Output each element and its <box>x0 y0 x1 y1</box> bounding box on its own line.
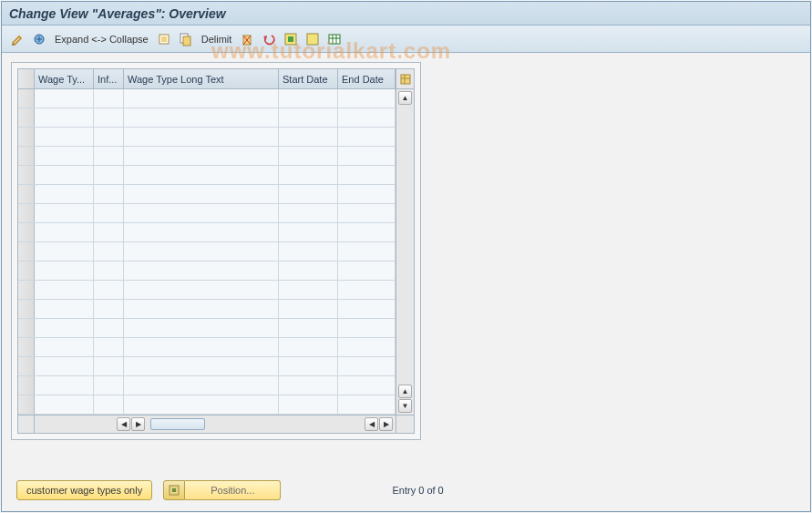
cell[interactable] <box>124 223 279 241</box>
row-selector[interactable] <box>18 223 35 241</box>
cell[interactable] <box>124 281 279 299</box>
cell[interactable] <box>35 204 94 222</box>
cell[interactable] <box>124 242 279 261</box>
cell[interactable] <box>35 300 94 318</box>
cell[interactable] <box>338 242 396 261</box>
where-used-icon[interactable] <box>29 29 49 49</box>
cell[interactable] <box>124 376 279 395</box>
cell[interactable] <box>279 89 338 108</box>
cell[interactable] <box>35 338 94 356</box>
cell[interactable] <box>94 128 124 146</box>
cell[interactable] <box>35 223 94 241</box>
cell[interactable] <box>338 128 396 146</box>
cell[interactable] <box>338 223 396 241</box>
cell[interactable] <box>35 89 94 108</box>
row-selector[interactable] <box>18 376 35 395</box>
table-row[interactable] <box>18 319 396 338</box>
position-icon[interactable] <box>163 480 185 500</box>
cell[interactable] <box>338 147 396 165</box>
row-selector[interactable] <box>18 357 35 375</box>
cell[interactable] <box>124 338 279 356</box>
table-row[interactable] <box>18 300 396 319</box>
row-selector[interactable] <box>18 338 35 356</box>
table-row[interactable] <box>18 204 396 223</box>
cell[interactable] <box>35 281 94 299</box>
delimit-button[interactable]: Delimit <box>198 34 236 45</box>
row-selector[interactable] <box>18 166 35 184</box>
cell[interactable] <box>279 128 338 146</box>
row-selector[interactable] <box>18 300 35 318</box>
cell[interactable] <box>279 300 338 318</box>
table-row[interactable] <box>18 395 396 415</box>
cell[interactable] <box>94 223 124 241</box>
table-row[interactable] <box>18 338 396 357</box>
row-selector[interactable] <box>18 395 35 414</box>
cell[interactable] <box>279 357 338 375</box>
row-selector[interactable] <box>18 147 35 165</box>
cell[interactable] <box>279 319 338 337</box>
pencil-toggle-icon[interactable] <box>7 29 27 49</box>
cell[interactable] <box>338 319 396 337</box>
cell[interactable] <box>279 204 338 222</box>
cell[interactable] <box>124 89 279 108</box>
table-row[interactable] <box>18 185 396 204</box>
col-long-text[interactable]: Wage Type Long Text <box>124 69 279 88</box>
cell[interactable] <box>338 89 396 108</box>
cell[interactable] <box>279 223 338 241</box>
row-selector-header[interactable] <box>18 69 35 88</box>
cell[interactable] <box>124 128 279 146</box>
table-row[interactable] <box>18 147 396 166</box>
cell[interactable] <box>124 204 279 222</box>
table-row[interactable] <box>18 223 396 242</box>
cell[interactable] <box>35 376 94 395</box>
table-row[interactable] <box>18 376 396 395</box>
row-selector[interactable] <box>18 281 35 299</box>
cell[interactable] <box>35 185 94 203</box>
cell[interactable] <box>35 242 94 261</box>
col-end-date[interactable]: End Date <box>338 69 396 88</box>
cell[interactable] <box>279 185 338 203</box>
customer-wage-types-button[interactable]: customer wage types only <box>16 480 152 500</box>
cell[interactable] <box>94 281 124 299</box>
table-row[interactable] <box>18 281 396 300</box>
cell[interactable] <box>338 357 396 375</box>
col-wage-type[interactable]: Wage Ty... <box>35 69 94 88</box>
cell[interactable] <box>279 338 338 356</box>
row-selector[interactable] <box>18 108 35 127</box>
cell[interactable] <box>124 300 279 318</box>
cell[interactable] <box>279 242 338 261</box>
scroll-thumb[interactable] <box>150 418 205 430</box>
cell[interactable] <box>279 166 338 184</box>
vertical-scrollbar[interactable]: ▲ ▲ ▼ <box>396 89 414 415</box>
cell[interactable] <box>124 185 279 203</box>
table-row[interactable] <box>18 242 396 262</box>
cell[interactable] <box>338 166 396 184</box>
cell[interactable] <box>124 395 279 414</box>
cell[interactable] <box>124 108 279 127</box>
cell[interactable] <box>35 108 94 127</box>
cell[interactable] <box>124 319 279 337</box>
cell[interactable] <box>338 338 396 356</box>
cell[interactable] <box>338 204 396 222</box>
cell[interactable] <box>35 128 94 146</box>
table-row[interactable] <box>18 357 396 376</box>
table-row[interactable] <box>18 128 396 147</box>
cell[interactable] <box>94 319 124 337</box>
position-button[interactable]: Position... <box>185 480 281 500</box>
cell[interactable] <box>94 395 124 414</box>
cell[interactable] <box>124 357 279 375</box>
cell[interactable] <box>338 185 396 203</box>
deselect-all-icon[interactable] <box>303 29 323 49</box>
cell[interactable] <box>279 147 338 165</box>
table-row[interactable] <box>18 262 396 281</box>
cell[interactable] <box>94 147 124 165</box>
new-entries-icon[interactable] <box>154 29 174 49</box>
copy-icon[interactable] <box>176 29 196 49</box>
col-infotype[interactable]: Inf... <box>94 69 124 88</box>
row-selector[interactable] <box>18 128 35 146</box>
col-start-date[interactable]: Start Date <box>279 69 338 88</box>
undo-icon[interactable] <box>259 29 279 49</box>
cell[interactable] <box>35 262 94 280</box>
scroll-right2-icon[interactable]: ▶ <box>379 417 393 431</box>
cell[interactable] <box>94 357 124 375</box>
